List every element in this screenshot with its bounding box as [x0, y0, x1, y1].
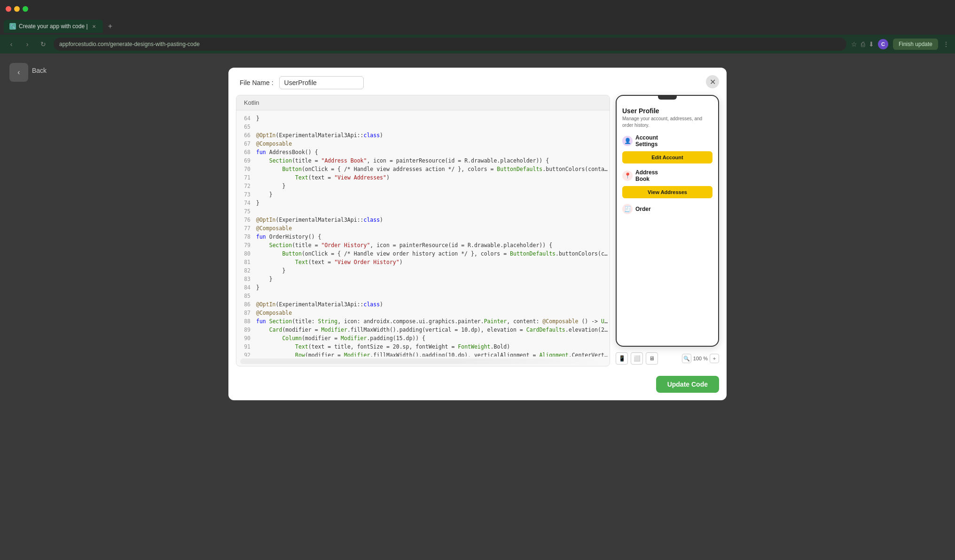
line-number: 73 [236, 190, 256, 199]
code-line: 65 [236, 123, 610, 131]
line-number: 89 [236, 326, 256, 334]
language-label: Kotlin [236, 95, 610, 110]
code-line: 80 Button(onClick = { /* Handle view ord… [236, 249, 610, 258]
line-number: 75 [236, 207, 256, 216]
file-name-row: File Name : [228, 68, 727, 95]
line-number: 81 [236, 258, 256, 266]
file-name-input[interactable] [279, 76, 364, 89]
code-line: 72 } [236, 182, 610, 190]
code-line: 75 [236, 207, 610, 216]
tab-label: Create your app with code | [19, 23, 88, 30]
device-icon-group: 📱 ⬜ 🖥 [616, 352, 658, 365]
code-line: 71 Text(text = "View Addresses") [236, 173, 610, 182]
forward-nav-button[interactable]: › [22, 39, 33, 50]
line-number: 82 [236, 266, 256, 275]
order-header: 🧾 Order [622, 204, 712, 214]
back-button[interactable]: ‹ [9, 63, 28, 82]
file-name-label: File Name : [240, 79, 274, 86]
code-line: 66@OptIn(ExperimentalMaterial3Api::class… [236, 131, 610, 140]
finish-update-button[interactable]: Finish update [893, 39, 938, 50]
line-number: 78 [236, 233, 256, 241]
line-number: 64 [236, 114, 256, 123]
code-line: 89 Card(modifier = Modifier.fillMaxWidth… [236, 326, 610, 334]
code-line: 74} [236, 199, 610, 207]
code-line: 82 } [236, 266, 610, 275]
code-modal: ✕ File Name : Kotlin 64}6566@OptIn(Exper… [228, 68, 727, 400]
code-line: 77@Composable [236, 224, 610, 233]
code-line: 78fun OrderHistory() { [236, 233, 610, 241]
code-line: 67@Composable [236, 140, 610, 148]
minimize-traffic-light[interactable] [14, 6, 20, 12]
browser-top-bar [0, 0, 955, 18]
line-number: 88 [236, 317, 256, 326]
preview-controls: 📱 ⬜ 🖥 🔍 100 % + [616, 350, 719, 366]
address-bar[interactable]: appforcestudio.com/generate-designs-with… [54, 38, 846, 51]
modal-footer: Update Code [228, 372, 727, 400]
line-number: 70 [236, 165, 256, 173]
phone-notch [658, 96, 677, 100]
line-number: 74 [236, 199, 256, 207]
line-number: 80 [236, 249, 256, 258]
preview-panel: User Profile Manage your account, addres… [616, 95, 719, 366]
browser-icons: ☆ ⎙ ⬇ C [851, 39, 888, 49]
bookmark-icon[interactable]: ☆ [851, 40, 857, 48]
code-line: 84} [236, 283, 610, 292]
code-line: 88fun Section(title: String, icon: andro… [236, 317, 610, 326]
menu-icon[interactable]: ⋮ [943, 40, 949, 48]
code-line: 81 Text(text = "View Order History") [236, 258, 610, 266]
code-line: 83 } [236, 275, 610, 283]
phone-device-icon[interactable]: 📱 [616, 352, 628, 365]
edit-account-button[interactable]: Edit Account [622, 151, 712, 163]
tablet-device-icon[interactable]: ⬜ [631, 352, 643, 365]
back-nav-button[interactable]: ‹ [6, 39, 17, 50]
code-line: 64} [236, 114, 610, 123]
line-number: 72 [236, 182, 256, 190]
zoom-out-button[interactable]: 🔍 [682, 354, 691, 363]
desktop-device-icon[interactable]: 🖥 [646, 352, 658, 365]
close-traffic-light[interactable] [6, 6, 11, 12]
modal-close-button[interactable]: ✕ [706, 75, 719, 88]
tab-close-button[interactable]: ✕ [91, 23, 97, 30]
line-number: 71 [236, 173, 256, 182]
line-number: 86 [236, 300, 256, 309]
code-line: 87@Composable [236, 309, 610, 317]
code-line: 79 Section(title = "Order History", icon… [236, 241, 610, 249]
maximize-traffic-light[interactable] [23, 6, 28, 12]
main-content: ‹ Back ✕ File Name : Kotlin 64}6566@OptI… [0, 54, 955, 560]
line-number: 91 [236, 342, 256, 351]
line-number: 84 [236, 283, 256, 292]
code-line: 68fun AddressBook() { [236, 148, 610, 156]
code-line: 70 Button(onClick = { /* Handle view add… [236, 165, 610, 173]
zoom-in-button[interactable]: + [710, 354, 719, 363]
code-panel: Kotlin 64}6566@OptIn(ExperimentalMateria… [236, 95, 610, 366]
account-settings-section: 👤 AccountSettings Edit Account [622, 134, 712, 163]
address-icon: 📍 [622, 171, 633, 181]
profile-avatar[interactable]: C [878, 39, 888, 49]
phone-subtitle: Manage your account, addresses, and orde… [622, 116, 712, 129]
line-number: 65 [236, 123, 256, 131]
account-settings-title: AccountSettings [635, 134, 658, 148]
traffic-lights [6, 6, 28, 12]
line-number: 79 [236, 241, 256, 249]
code-content[interactable]: 64}6566@OptIn(ExperimentalMaterial3Api::… [236, 110, 610, 357]
code-line: 92 Row(modifier = Modifier.fillMaxWidth(… [236, 351, 610, 357]
code-line: 86@OptIn(ExperimentalMaterial3Api::class… [236, 300, 610, 309]
address-book-title: AddressBook [635, 169, 658, 182]
order-title: Order [635, 206, 651, 212]
code-line: 91 Text(text = title, fontSize = 20.sp, … [236, 342, 610, 351]
horizontal-scrollbar[interactable] [240, 358, 606, 364]
tab-favicon: 🔧 [9, 23, 16, 30]
view-addresses-button[interactable]: View Addresses [622, 186, 712, 198]
line-number: 85 [236, 292, 256, 300]
phone-title: User Profile [622, 107, 712, 115]
line-number: 68 [236, 148, 256, 156]
download-icon[interactable]: ⬇ [869, 40, 874, 48]
new-tab-button[interactable]: + [105, 21, 116, 32]
order-icon: 🧾 [622, 204, 633, 214]
update-code-button[interactable]: Update Code [656, 376, 719, 393]
person-icon: 👤 [622, 136, 633, 146]
zoom-level: 100 % [693, 356, 708, 361]
reload-button[interactable]: ↻ [38, 39, 49, 50]
screenshot-icon[interactable]: ⎙ [861, 40, 865, 48]
active-tab[interactable]: 🔧 Create your app with code | ✕ [4, 20, 103, 33]
